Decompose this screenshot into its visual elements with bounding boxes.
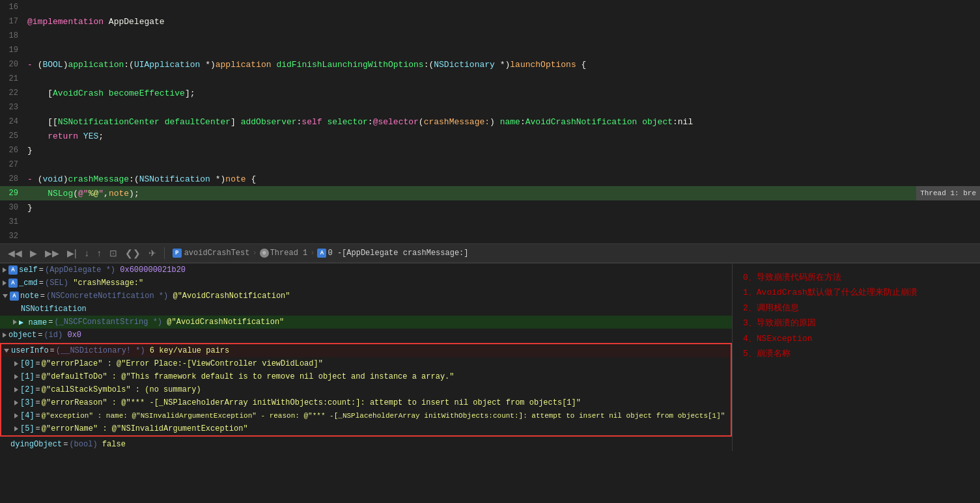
annotation-2: 2、调用栈信息: [743, 301, 970, 316]
code-line-26: 26 }: [0, 143, 980, 157]
annotation-5: 5、崩溃名称: [743, 346, 970, 361]
expand-5-icon[interactable]: [14, 426, 18, 431]
annotation-3: 3、导致崩溃的原因: [743, 316, 970, 331]
code-line-31: 31: [0, 215, 980, 229]
step-over-button[interactable]: ▶: [27, 247, 40, 259]
expand-4-icon[interactable]: [14, 413, 18, 418]
type-badge-a3: A: [10, 292, 19, 301]
thread-badge: Thread 1: bre: [916, 186, 980, 200]
continue-button[interactable]: ◀◀: [5, 247, 25, 259]
userinfo-item-0[interactable]: [0] = @"errorPlace" : @"Error Place:-[Vi…: [1, 357, 731, 370]
code-line-19: 19: [0, 43, 980, 57]
code-editor: 16 17 @implementation AppDelegate 18 19 …: [0, 0, 980, 243]
code-line-28: 28 - (void)crashMessage:(NSNotification …: [0, 172, 980, 186]
annotation-4: 4、NSException: [743, 331, 970, 346]
frame-icon: A: [317, 249, 326, 258]
variables-panel: A self = (AppDelegate *) 0x600000021b20 …: [0, 264, 733, 451]
userinfo-item-1[interactable]: [1] = @"defaultToDo" : @"This framework …: [1, 370, 731, 383]
step-out-button[interactable]: ▶|: [64, 247, 79, 259]
breadcrumb-frame: 0 -[AppDelegate crashMessage:]: [328, 249, 468, 258]
userinfo-item-2[interactable]: [2] = @"callStackSymbols" : (no summary): [1, 383, 731, 396]
up-button[interactable]: ↑: [94, 247, 104, 259]
code-line-16: 16: [0, 0, 980, 14]
code-line-21: 21: [0, 72, 980, 86]
thread-icon: ⊙: [260, 249, 269, 258]
down-button[interactable]: ↓: [82, 247, 92, 259]
var-note[interactable]: A note = (NSConcreteNotification *) @"Av…: [0, 290, 732, 303]
var-nsnotification[interactable]: NSNotification: [0, 303, 732, 316]
annotation-1: 1、AvoidCrash默认做了什么处理来防止崩溃: [743, 285, 970, 300]
code-line-25: 25 return YES;: [0, 129, 980, 143]
code-line-32: 32: [0, 229, 980, 243]
expand-userinfo-icon[interactable]: [4, 349, 9, 353]
code-line-27: 27: [0, 157, 980, 172]
var-object[interactable]: object = (id) 0x0: [0, 329, 732, 342]
breadcrumb-thread: Thread 1: [270, 249, 308, 258]
type-badge-a: A: [8, 265, 18, 275]
code-line-30: 30 }: [0, 200, 980, 215]
debug-panel: A self = (AppDelegate *) 0x600000021b20 …: [0, 263, 980, 451]
var-dyingobject[interactable]: dyingObject = (bool) false: [0, 438, 732, 451]
breadcrumb-project: avoidCrashTest: [184, 249, 250, 258]
expand-object-icon[interactable]: [3, 333, 7, 338]
annotation-list: 0、导致崩溃代码所在方法 1、AvoidCrash默认做了什么处理来防止崩溃 2…: [743, 270, 970, 361]
code-line-24: 24 [[NSNotificationCenter defaultCenter]…: [0, 115, 980, 129]
expand-0-icon[interactable]: [14, 361, 18, 366]
code-line-22: 22 [AvoidCrash becomeEffective];: [0, 86, 980, 100]
toolbar-sep: [164, 247, 165, 259]
annotation-0: 0、导致崩溃代码所在方法: [743, 270, 970, 285]
step-in-button[interactable]: ▶▶: [42, 247, 62, 259]
expand-cmd-icon[interactable]: [3, 280, 7, 286]
project-icon: P: [173, 249, 182, 258]
var-cmd[interactable]: A _cmd = (SEL) "crashMessage:": [0, 277, 732, 290]
expand-1-icon[interactable]: [14, 374, 18, 379]
var-name[interactable]: ▶ name = (_NSCFConstantString *) @"Avoid…: [0, 316, 732, 329]
nav-button[interactable]: ❮❯: [122, 247, 143, 259]
userinfo-section: userInfo = (__NSDictionary! *) 6 key/val…: [0, 343, 732, 437]
expand-name-icon[interactable]: [13, 319, 17, 325]
debug-toolbar: ◀◀ ▶ ▶▶ ▶| ↓ ↑ ⊡ ❮❯ ✈ P avoidCrashTest ›…: [0, 243, 980, 263]
userinfo-item-3[interactable]: [3] = @"errorReason" : @"*** -[_NSPlaceh…: [1, 396, 731, 409]
code-line-23: 23: [0, 100, 980, 115]
userinfo-item-4[interactable]: [4] = @"exception" : name: @"NSInvalidAr…: [1, 409, 731, 422]
userinfo-header[interactable]: userInfo = (__NSDictionary! *) 6 key/val…: [1, 344, 731, 357]
code-line-29: 29 NSLog(@"%@",note); Thread 1: bre: [0, 186, 980, 200]
code-line-20: 20 - (BOOL)application:(UIApplication *)…: [0, 57, 980, 72]
var-self[interactable]: A self = (AppDelegate *) 0x600000021b20: [0, 264, 732, 277]
breadcrumb: P avoidCrashTest › ⊙ Thread 1 › A 0 -[Ap…: [173, 249, 469, 258]
expand-self-icon[interactable]: [3, 267, 7, 273]
type-badge-a2: A: [8, 279, 18, 288]
annotations-panel: 0、导致崩溃代码所在方法 1、AvoidCrash默认做了什么处理来防止崩溃 2…: [733, 264, 980, 451]
code-line-18: 18: [0, 29, 980, 43]
expand-note-icon[interactable]: [3, 294, 8, 298]
code-line-17: 17 @implementation AppDelegate: [0, 14, 980, 29]
share-button[interactable]: ✈: [146, 247, 159, 259]
view-button[interactable]: ⊡: [107, 247, 120, 259]
expand-2-icon[interactable]: [14, 387, 18, 392]
expand-3-icon[interactable]: [14, 400, 18, 405]
userinfo-item-5[interactable]: [5] = @"errorName" : @"NSInvalidArgument…: [1, 422, 731, 435]
